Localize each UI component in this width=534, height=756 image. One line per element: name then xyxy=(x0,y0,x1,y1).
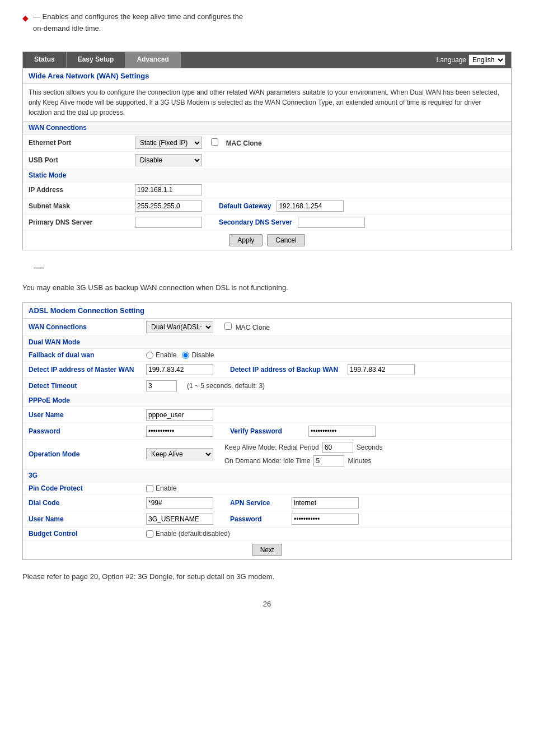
operation-mode-row: Operation Mode Keep Alive Keep Alive Mod… xyxy=(23,440,511,469)
pin-code-label: Pin Code Protect xyxy=(29,484,140,492)
primary-dns-label: Primary DNS Server xyxy=(29,218,129,226)
adsl-mac-clone-checkbox[interactable] xyxy=(224,323,232,330)
dial-code-input[interactable] xyxy=(146,497,213,508)
ethernet-port-row: Ethernet Port Static (Fixed IP) MAC Clon… xyxy=(23,134,511,152)
wan-info-text: This section allows you to configure the… xyxy=(23,84,511,122)
adsl-wan-connections-row: WAN Connections Dual Wan(ADSL+3G) MAC Cl… xyxy=(23,319,511,336)
operation-mode-label: Operation Mode xyxy=(29,450,140,458)
budget-control-enable-label[interactable]: Enable (default:disabled) xyxy=(146,530,230,538)
verify-password-label: Verify Password xyxy=(230,427,303,435)
pppoe-username-row: User Name xyxy=(23,407,511,423)
detect-ip-row: Detect IP address of Master WAN Detect I… xyxy=(23,362,511,378)
fallback-enable-radio[interactable] xyxy=(146,352,153,359)
on-demand-row: On Demand Mode: Idle Time Minutes xyxy=(224,455,382,466)
pppoe-password-input[interactable] xyxy=(146,426,213,437)
subnet-gateway-row: Subnet Mask Default Gateway xyxy=(23,198,511,214)
bullet-section: ◆ — Enables and configures the keep aliv… xyxy=(22,11,512,35)
fallback-disable-radio[interactable] xyxy=(182,352,189,359)
pin-code-checkbox[interactable] xyxy=(146,485,153,492)
fallback-label: Fallback of dual wan xyxy=(29,351,140,359)
adsl-wan-connections-label: WAN Connections xyxy=(29,323,140,331)
tab-easy-setup[interactable]: Easy Setup xyxy=(67,52,126,68)
keep-alive-redial-unit: Seconds xyxy=(357,444,383,451)
pppoe-username-input[interactable] xyxy=(146,409,213,421)
wan-settings-box: Status Easy Setup Advanced Language Engl… xyxy=(22,52,512,250)
budget-control-label: Budget Control xyxy=(29,530,140,538)
detect-timeout-input[interactable] xyxy=(146,380,177,391)
bullet-diamond-icon: ◆ xyxy=(22,12,29,24)
keep-alive-redial-row: Keep Alive Mode: Redial Period Seconds xyxy=(224,442,382,453)
fallback-enable-label[interactable]: Enable xyxy=(146,351,176,359)
next-button[interactable]: Next xyxy=(252,544,283,556)
language-dropdown[interactable]: English xyxy=(469,54,505,66)
wan-btn-row: Apply Cancel xyxy=(23,231,511,250)
fallback-row: Fallback of dual wan Enable Disable xyxy=(23,349,511,362)
language-label: Language xyxy=(437,56,466,64)
3g-password-input[interactable] xyxy=(292,514,359,525)
cancel-button[interactable]: Cancel xyxy=(267,234,305,246)
ip-address-input[interactable] xyxy=(135,184,202,195)
3g-credentials-row: User Name Password xyxy=(23,511,511,528)
apn-service-label: APN Service xyxy=(230,499,286,507)
ethernet-port-select[interactable]: Static (Fixed IP) xyxy=(135,137,202,149)
tab-status[interactable]: Status xyxy=(23,52,67,68)
ethernet-port-label: Ethernet Port xyxy=(29,139,129,147)
bullet-text: — Enables and configures the keep alive … xyxy=(33,11,243,35)
subnet-mask-input[interactable] xyxy=(135,200,202,212)
apn-service-input[interactable] xyxy=(292,497,359,508)
usb-port-select[interactable]: Disable xyxy=(135,154,202,166)
keep-alive-block: Keep Alive Mode: Redial Period Seconds O… xyxy=(224,442,382,466)
dial-code-row: Dial Code APN Service xyxy=(23,495,511,511)
3g-username-label: User Name xyxy=(29,515,140,523)
3g-password-label: Password xyxy=(230,515,286,523)
budget-control-checkbox[interactable] xyxy=(146,530,153,538)
fallback-radio-group: Enable Disable xyxy=(146,351,214,359)
3g-username-input[interactable] xyxy=(146,514,213,525)
nav-bar: Status Easy Setup Advanced Language Engl… xyxy=(23,52,511,68)
verify-password-input[interactable] xyxy=(308,426,376,437)
apply-button[interactable]: Apply xyxy=(229,234,263,246)
pin-code-enable-label[interactable]: Enable xyxy=(146,484,176,492)
dual-wan-mode-header: Dual WAN Mode xyxy=(23,336,511,349)
subnet-mask-label: Subnet Mask xyxy=(29,202,129,210)
dial-code-label: Dial Code xyxy=(29,499,140,507)
fallback-disable-label[interactable]: Disable xyxy=(182,351,214,359)
pin-code-row: Pin Code Protect Enable xyxy=(23,482,511,495)
detect-backup-input[interactable] xyxy=(348,364,415,375)
default-gateway-input[interactable] xyxy=(277,200,344,212)
adsl-settings-box: ADSL Modem Connection Setting WAN Connec… xyxy=(22,302,512,560)
page-number: 26 xyxy=(22,600,512,608)
detect-timeout-row: Detect Timeout (1 ~ 5 seconds, default: … xyxy=(23,378,511,394)
mac-clone-checkbox[interactable] xyxy=(211,138,218,146)
bottom-text: Please refer to page 20, Option #2: 3G D… xyxy=(22,571,512,583)
on-demand-input[interactable] xyxy=(313,455,344,466)
detect-master-input[interactable] xyxy=(146,364,213,375)
mac-clone-label: MAC Clone xyxy=(226,139,262,147)
dash-line: — xyxy=(34,262,512,273)
usb-port-label: USB Port xyxy=(29,156,129,164)
adsl-wan-connections-select[interactable]: Dual Wan(ADSL+3G) xyxy=(146,321,213,333)
keep-alive-redial-input[interactable] xyxy=(322,442,353,453)
mid-text: You may enable 3G USB as backup WAN conn… xyxy=(22,282,512,294)
adsl-mac-clone-container: MAC Clone xyxy=(224,323,270,332)
detect-master-label: Detect IP address of Master WAN xyxy=(29,366,140,374)
on-demand-label: On Demand Mode: Idle Time xyxy=(224,457,310,465)
adsl-mac-clone-label: MAC Clone xyxy=(236,324,270,332)
ip-address-row: IP Address xyxy=(23,182,511,198)
bullet-item: ◆ — Enables and configures the keep aliv… xyxy=(22,11,512,35)
3g-section-header: 3G xyxy=(23,469,511,482)
secondary-dns-input[interactable] xyxy=(298,217,365,228)
tab-advanced[interactable]: Advanced xyxy=(125,52,180,68)
detect-timeout-label: Detect Timeout xyxy=(29,382,140,390)
language-selector[interactable]: Language English xyxy=(431,52,511,68)
detect-backup-label: Detect IP address of Backup WAN xyxy=(230,366,342,374)
operation-mode-select[interactable]: Keep Alive xyxy=(146,448,213,460)
primary-dns-input[interactable] xyxy=(135,217,202,228)
static-mode-header: Static Mode xyxy=(23,169,511,182)
wan-connections-label: WAN Connections xyxy=(23,122,511,134)
budget-control-row: Budget Control Enable (default:disabled) xyxy=(23,528,511,540)
secondary-dns-label: Secondary DNS Server xyxy=(219,218,292,226)
detect-timeout-hint: (1 ~ 5 seconds, default: 3) xyxy=(187,382,265,390)
default-gateway-label: Default Gateway xyxy=(219,202,271,210)
pppoe-password-label: Password xyxy=(29,427,140,435)
